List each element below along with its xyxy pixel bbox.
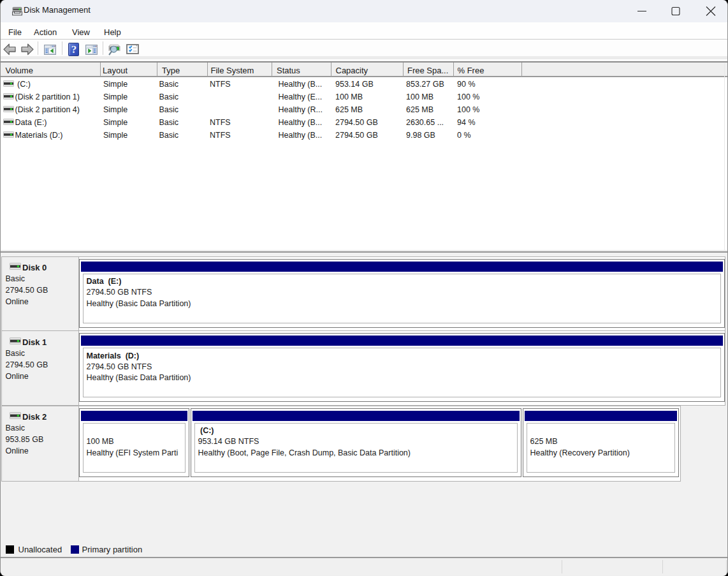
svg-text:?: ?: [71, 43, 77, 55]
